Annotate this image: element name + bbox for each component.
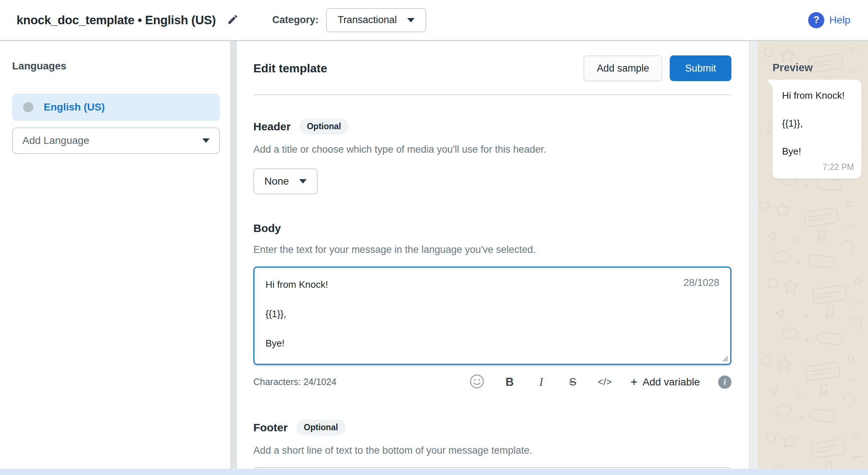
bottom-scroll-strip: [0, 469, 868, 475]
chevron-down-icon: [407, 18, 415, 22]
add-sample-button[interactable]: Add sample: [583, 55, 662, 81]
emoji-button[interactable]: [469, 374, 485, 390]
pencil-icon: [227, 14, 239, 26]
smiley-icon: [469, 374, 485, 390]
help-icon: ?: [808, 12, 824, 28]
body-section-description: Enter the text for your message in the l…: [253, 244, 731, 255]
language-label: English (US): [44, 101, 105, 113]
body-textarea[interactable]: Hi from Knock! {{1}}, Bye!: [254, 268, 730, 364]
preview-message-bubble: Hi from Knock! {{1}}, Bye! 7:22 PM: [773, 80, 861, 179]
italic-button[interactable]: I: [535, 376, 548, 389]
category-dropdown[interactable]: Transactional: [326, 8, 426, 32]
preview-message-text: Hi from Knock! {{1}}, Bye!: [782, 88, 853, 158]
languages-heading: Languages: [12, 60, 220, 72]
bubble-tail: [767, 80, 773, 88]
header-section-title: Header: [253, 120, 291, 133]
body-textarea-container: Hi from Knock! {{1}}, Bye! 28/1028: [253, 266, 731, 365]
help-label: Help: [829, 14, 850, 26]
formatting-toolbar: B I S </> + Add variable i: [469, 374, 731, 390]
editor-actions: Add sample Submit: [583, 55, 731, 81]
add-language-dropdown[interactable]: Add Language: [12, 127, 220, 154]
add-variable-label: Add variable: [643, 376, 700, 388]
header-section-heading-row: Header Optional: [253, 119, 731, 134]
strikethrough-button[interactable]: S: [566, 376, 579, 388]
category-value: Transactional: [338, 14, 397, 26]
footer-section-title: Footer: [253, 421, 287, 434]
submit-button[interactable]: Submit: [670, 55, 731, 81]
resize-handle[interactable]: [720, 354, 728, 362]
sidebar-scrollbar[interactable]: [230, 41, 237, 474]
preview-heading: Preview: [773, 62, 868, 74]
preview-timestamp: 7:22 PM: [822, 162, 854, 172]
main-row: Languages English (US) Add Language Edit…: [0, 41, 868, 474]
header-section-description: Add a title or choose which type of medi…: [253, 144, 731, 155]
section-divider: [253, 94, 731, 95]
body-section-title: Body: [253, 222, 281, 235]
editor-scrollbar[interactable]: [749, 41, 758, 474]
add-variable-button[interactable]: + Add variable: [630, 375, 700, 389]
category-label: Category:: [272, 14, 319, 26]
plus-icon: +: [630, 375, 637, 389]
language-status-dot-icon: [23, 102, 33, 112]
header-media-dropdown[interactable]: None: [253, 168, 318, 194]
languages-sidebar: Languages English (US) Add Language: [0, 41, 230, 474]
chevron-down-icon: [202, 138, 210, 143]
top-bar: knock_doc_template • English (US) Catego…: [0, 0, 868, 41]
chevron-down-icon: [299, 179, 307, 184]
template-title: knock_doc_template • English (US): [17, 13, 216, 27]
character-count: Characters: 24/1024: [253, 377, 337, 387]
bold-button[interactable]: B: [503, 376, 516, 389]
preview-panel: Preview Hi from Knock! {{1}}, Bye! 7:22 …: [758, 41, 868, 474]
edit-title-button[interactable]: [227, 14, 239, 26]
body-section-heading-row: Body: [253, 222, 731, 235]
info-icon[interactable]: i: [718, 376, 731, 389]
optional-badge: Optional: [296, 420, 345, 435]
template-editor: Edit template Add sample Submit Header O…: [237, 41, 749, 474]
body-meta-row: Characters: 24/1024 B I S </>: [253, 374, 731, 390]
optional-badge: Optional: [300, 119, 348, 134]
editor-title: Edit template: [253, 62, 327, 75]
sidebar-item-english-us[interactable]: English (US): [12, 94, 220, 121]
footer-section-heading-row: Footer Optional: [253, 420, 731, 435]
add-language-label: Add Language: [22, 135, 89, 146]
header-media-value: None: [264, 175, 289, 187]
footer-section-description: Add a short line of text to the bottom o…: [253, 445, 731, 456]
code-button[interactable]: </>: [598, 377, 612, 387]
editor-header-row: Edit template Add sample Submit: [253, 55, 731, 81]
help-link[interactable]: ? Help: [808, 12, 850, 28]
language-list: English (US): [12, 88, 220, 121]
